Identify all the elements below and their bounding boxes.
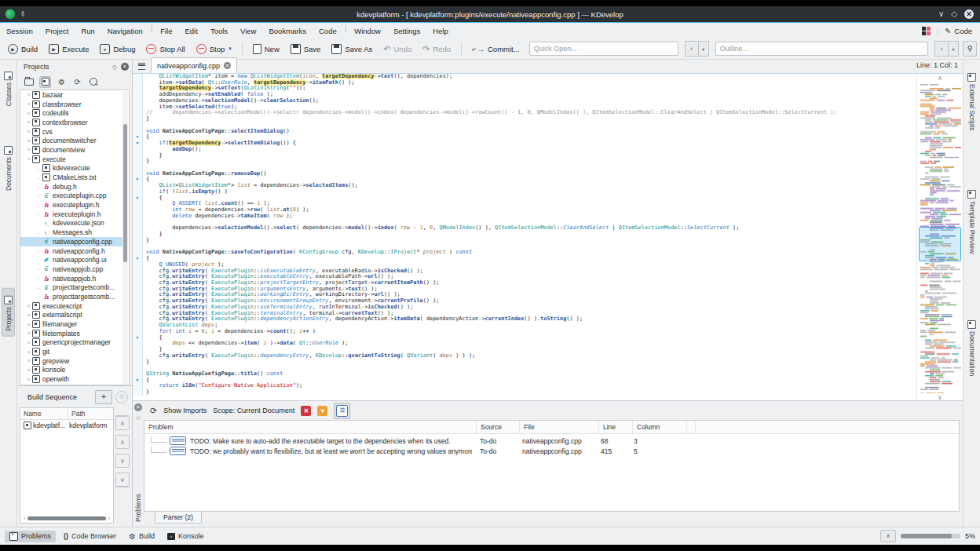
zoom-slider[interactable]: [901, 534, 960, 538]
quick-open-input[interactable]: [529, 42, 678, 56]
problems-table[interactable]: ProblemSourceFileLineColumn TODO: Make s…: [144, 420, 960, 512]
expander-icon[interactable]: ›: [25, 146, 32, 153]
tree-item-documentview[interactable]: ›documentview: [20, 145, 122, 155]
errors-filter-icon[interactable]: ✕: [301, 406, 311, 416]
tree-item-nativeappconfig-cpp[interactable]: –c̈nativeappconfig.cpp: [20, 237, 122, 246]
minimap-viewport[interactable]: [919, 227, 961, 261]
commit-button[interactable]: ⌐→Commit...: [467, 42, 524, 56]
expander-icon[interactable]: ›: [25, 91, 32, 98]
build-items-icon[interactable]: [39, 76, 51, 88]
column-header-path[interactable]: Path: [68, 408, 89, 419]
tree-item-executeplugin-cpp[interactable]: –c̈executeplugin.cpp: [20, 192, 122, 201]
add-build-item-button[interactable]: +: [95, 390, 112, 404]
todo-filter-button[interactable]: ☰: [334, 403, 350, 419]
expander-icon[interactable]: ›: [25, 119, 32, 126]
new-button[interactable]: New: [248, 42, 284, 57]
lightbulb-icon[interactable]: ⚲: [963, 41, 977, 57]
expander-icon[interactable]: ›: [25, 100, 32, 108]
code-line[interactable]: ▼ if(targetDependency->selectItemDialog(…: [133, 140, 916, 147]
sidebar-tab-classes[interactable]: Classes: [2, 64, 14, 111]
filter-search-icon[interactable]: [88, 77, 98, 87]
menu-item-session[interactable]: Session: [0, 24, 39, 38]
float-panel-icon[interactable]: ◇: [112, 64, 117, 71]
tree-item-kdevexecute-json[interactable]: –›_kdevexecute.json: [20, 219, 122, 228]
tree-item-externalscript[interactable]: ›externalscript: [20, 311, 122, 320]
tree-item-bazaar[interactable]: ›bazaar: [20, 90, 122, 100]
right-tab-external-scripts[interactable]: External Scripts: [966, 66, 978, 136]
code-line[interactable]: // dependencies->selectionModel()->selec…: [133, 110, 916, 116]
maximize-icon[interactable]: ◇: [951, 10, 957, 18]
parser-tab[interactable]: Parser (2): [155, 512, 202, 524]
menu-item-window[interactable]: Window: [348, 24, 387, 38]
float-problems-icon[interactable]: ◇: [136, 414, 140, 421]
tab-list-icon[interactable]: [138, 63, 145, 70]
save-as-button[interactable]: Save As: [327, 42, 377, 57]
remove-build-item-button[interactable]: ⊘: [115, 391, 128, 403]
menu-item-help[interactable]: Help: [426, 24, 455, 38]
save-button[interactable]: Save: [286, 42, 326, 57]
tree-item-executescript[interactable]: ›executescript: [20, 301, 122, 311]
forward-dropdown-icon[interactable]: ▾: [949, 41, 959, 57]
tree-item-documentswitcher[interactable]: ›documentswitcher: [20, 136, 122, 145]
tree-item-konsole[interactable]: ›konsole: [20, 366, 122, 375]
show-imports-button[interactable]: Show Imports: [163, 407, 207, 414]
tree-item-executeplugin-h[interactable]: –hexecuteplugin.h: [20, 200, 122, 210]
stop-button[interactable]: Stop▾: [192, 42, 236, 57]
code-line[interactable]: dependencies->selectionModel()->select( …: [133, 225, 916, 232]
tree-item-contextbrowser[interactable]: ›contextbrowser: [20, 118, 122, 127]
code-line[interactable]: addDep();: [133, 147, 916, 153]
column-header-problem[interactable]: Problem: [144, 421, 477, 433]
code-line[interactable]: void NativeAppConfigPage::removeDep(): [133, 171, 916, 177]
code-line[interactable]: }: [133, 232, 916, 238]
minimize-icon[interactable]: ∨: [938, 10, 944, 18]
tree-item-iexecuteplugin-h[interactable]: –hiexecuteplugin.h: [20, 210, 122, 219]
reparse-icon[interactable]: ⟳: [150, 406, 157, 416]
close-panel-icon[interactable]: ✕: [121, 63, 129, 71]
expander-icon[interactable]: ›: [25, 339, 32, 346]
expander-icon[interactable]: ›: [25, 312, 32, 319]
debug-button[interactable]: ▸Debug: [95, 42, 140, 57]
expander-icon[interactable]: ›: [25, 155, 32, 162]
expander-icon[interactable]: ›: [25, 376, 32, 383]
expand-statusbar-icon[interactable]: ∧: [880, 530, 896, 542]
tree-scrollbar[interactable]: [122, 91, 128, 384]
tab-close-icon[interactable]: ✕: [224, 62, 231, 69]
fold-marker[interactable]: ▼: [133, 140, 143, 147]
document-tab[interactable]: nativeappconfig.cpp ✕: [151, 57, 237, 73]
area-switcher-icon[interactable]: [922, 27, 931, 35]
expander-icon[interactable]: ›: [25, 137, 32, 144]
execute-button[interactable]: ▶Execute: [44, 42, 93, 57]
forward-button[interactable]: ›: [934, 41, 949, 57]
column-header-file[interactable]: File: [520, 421, 599, 433]
code-line[interactable]: }: [133, 159, 916, 165]
stop-all-button[interactable]: Stop All: [141, 42, 189, 57]
statusbar-konsole-button[interactable]: ›Konsole: [163, 531, 209, 542]
fold-marker[interactable]: ▼: [133, 335, 143, 341]
code-line[interactable]: return i18n("Configure Native Applicatio…: [133, 383, 916, 389]
warnings-filter-icon[interactable]: ▾: [317, 406, 327, 416]
move-top-button[interactable]: ∧: [115, 415, 130, 430]
code-line[interactable]: }: [133, 359, 916, 366]
code-line[interactable]: for( int i = 0; i < dependencies->count(…: [133, 329, 916, 335]
problem-row[interactable]: TODO: Make sure to auto-add the executab…: [144, 436, 959, 446]
code-line[interactable]: delete dependencies->takeItem( row );: [133, 213, 916, 220]
tree-item-projecttargetscomb-[interactable]: –c̈projecttargetscomb...: [20, 283, 122, 292]
code-line[interactable]: }: [133, 389, 916, 396]
fold-marker[interactable]: ▼: [133, 256, 143, 262]
code-line[interactable]: }: [133, 153, 916, 159]
fold-marker[interactable]: ▼: [133, 195, 143, 202]
code-line[interactable]: dependencies->selectionModel()->clearSel…: [133, 98, 916, 104]
move-bottom-button[interactable]: ∨: [115, 473, 130, 487]
expander-icon[interactable]: ›: [25, 128, 32, 135]
tree-item-cmakelists-txt[interactable]: –CMakeLists.txt: [20, 173, 122, 182]
code-line[interactable]: }: [133, 116, 916, 122]
expander-icon[interactable]: ›: [25, 367, 32, 374]
build-button[interactable]: ▶Build: [3, 42, 42, 57]
menu-item-run[interactable]: Run: [75, 24, 101, 38]
back-button[interactable]: ‹: [685, 41, 699, 57]
expander-icon[interactable]: ›: [25, 110, 32, 117]
fold-marker[interactable]: ▼: [133, 177, 143, 183]
scope-dropdown[interactable]: Scope: Current Document: [213, 407, 294, 414]
scroll-down-icon[interactable]: ∨: [938, 393, 942, 402]
tree-item-cvs[interactable]: ›cvs: [20, 127, 122, 137]
